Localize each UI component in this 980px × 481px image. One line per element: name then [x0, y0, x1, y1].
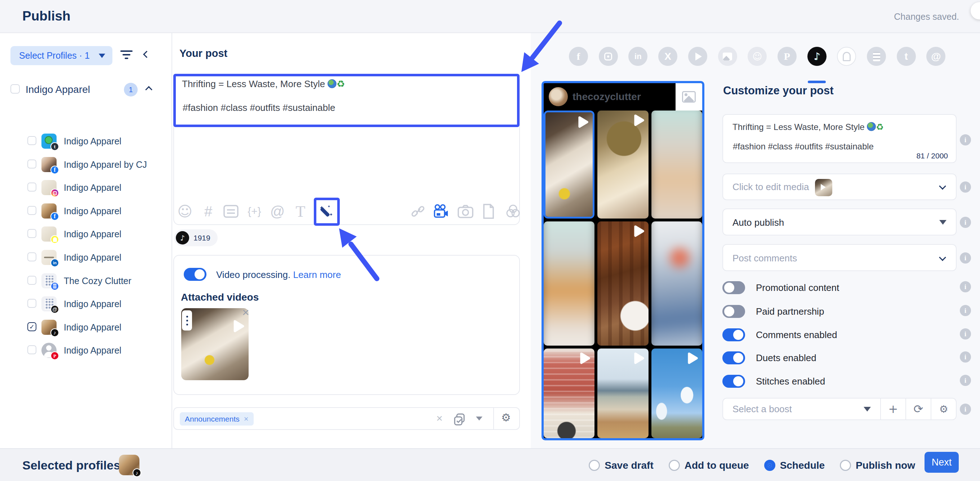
- network-tab-facebook[interactable]: f: [569, 47, 588, 66]
- radio-save-draft[interactable]: Save draft: [589, 460, 653, 471]
- link-icon[interactable]: [409, 203, 426, 220]
- network-tab-tumblr[interactable]: t: [897, 47, 916, 66]
- ai-assistant-icon[interactable]: [318, 203, 335, 220]
- profile-row-snapchat[interactable]: Indigo Apparel: [0, 223, 172, 246]
- add-boost-button[interactable]: +: [880, 398, 905, 419]
- info-icon[interactable]: i: [960, 217, 971, 228]
- network-tab-threads[interactable]: @: [926, 47, 945, 66]
- network-tab-snapchat[interactable]: [837, 47, 856, 66]
- profile-row-instagram[interactable]: Indigo Apparel: [0, 177, 172, 199]
- selected-profile-avatar[interactable]: ♪: [119, 455, 140, 475]
- toggle-paid-partnership[interactable]: [722, 305, 745, 318]
- tags-dropdown-icon[interactable]: [476, 417, 482, 421]
- toggle-stitches-enabled[interactable]: [722, 375, 745, 388]
- profile-checkbox[interactable]: [27, 206, 37, 215]
- profile-row-tumblr[interactable]: t Indigo Apparel: [0, 130, 172, 152]
- toggle-promotional-content[interactable]: [722, 281, 745, 294]
- profile-row-linkedin[interactable]: in Indigo Apparel: [0, 247, 172, 269]
- learn-more-link[interactable]: Learn more: [293, 269, 341, 280]
- video-menu-icon[interactable]: [182, 310, 192, 330]
- profile-checkbox[interactable]: ✓: [27, 322, 37, 331]
- network-tab-google-business[interactable]: [718, 47, 737, 66]
- network-tab-x[interactable]: X: [658, 47, 677, 66]
- mention-icon[interactable]: @: [269, 203, 286, 220]
- tags-settings-icon[interactable]: ⚙: [501, 411, 511, 424]
- clear-tags-icon[interactable]: ×: [436, 412, 443, 424]
- profile-row-pinterest[interactable]: P Indigo Apparel: [0, 340, 172, 362]
- info-icon[interactable]: i: [960, 329, 971, 340]
- radio-schedule[interactable]: Schedule: [764, 460, 825, 471]
- info-icon[interactable]: i: [960, 252, 971, 264]
- collapse-group-button[interactable]: [146, 87, 151, 94]
- customized-caption-field[interactable]: Thrifting = Less Waste, More Style ♻ #fa…: [722, 114, 956, 163]
- profile-row-tiktok[interactable]: ✓ ♪ Indigo Apparel: [0, 316, 172, 339]
- video-upload-icon[interactable]: [432, 203, 450, 220]
- media-library-icon[interactable]: [504, 203, 522, 220]
- text-format-icon[interactable]: T: [292, 203, 309, 220]
- camera-icon[interactable]: [457, 203, 474, 220]
- remove-video-icon[interactable]: ×: [242, 306, 249, 318]
- info-icon[interactable]: i: [960, 375, 971, 386]
- toggle-duets-enabled[interactable]: [722, 351, 745, 364]
- info-icon[interactable]: i: [960, 351, 971, 362]
- radio-add-to-queue[interactable]: Add to queue: [669, 460, 749, 471]
- copy-tags-icon[interactable]: [453, 413, 466, 427]
- network-tab-linkedin[interactable]: in: [628, 47, 648, 66]
- profile-checkbox[interactable]: [27, 276, 37, 285]
- publish-mode-select[interactable]: Auto publish: [722, 208, 956, 235]
- profile-checkbox[interactable]: [27, 159, 37, 168]
- preview-tile-teal-orange[interactable]: [544, 221, 595, 346]
- profile-row-google-business[interactable]: The Cozy Clutter: [0, 270, 172, 292]
- preview-media-tab[interactable]: [676, 83, 702, 111]
- profile-row-threads[interactable]: @ Indigo Apparel: [0, 293, 172, 315]
- preview-tile-sky-roof[interactable]: [651, 349, 702, 438]
- profile-row-facebook[interactable]: f Indigo Apparel: [0, 200, 172, 222]
- select-profiles-dropdown[interactable]: Select Profiles · 1: [10, 46, 112, 65]
- info-icon[interactable]: i: [960, 134, 971, 146]
- filter-icon[interactable]: [120, 51, 133, 60]
- saved-captions-icon[interactable]: [222, 203, 240, 220]
- radio-publish-now[interactable]: Publish now: [840, 460, 915, 471]
- tag-pill[interactable]: Announcements ×: [180, 412, 254, 425]
- preview-tile-woman-hat[interactable]: [597, 111, 648, 219]
- profile-checkbox[interactable]: [27, 345, 37, 354]
- profile-checkbox[interactable]: [27, 229, 37, 238]
- profile-checkbox[interactable]: [27, 136, 37, 145]
- network-tab-reddit[interactable]: ☺: [748, 47, 767, 66]
- emoji-picker-icon[interactable]: ☺: [176, 203, 194, 220]
- network-tab-tiktok[interactable]: ♪: [807, 47, 827, 66]
- toggle-comments-enabled[interactable]: [722, 329, 745, 341]
- preview-tile-wine-bar[interactable]: [597, 221, 648, 346]
- collapse-sidebar-button[interactable]: [144, 52, 149, 58]
- preview-tile-clothes-sorting[interactable]: [544, 111, 595, 219]
- preview-tile-house-roof[interactable]: [597, 349, 648, 438]
- hashtag-icon[interactable]: #: [200, 203, 217, 220]
- preview-tile-brick-house[interactable]: [544, 349, 595, 438]
- post-comments-select[interactable]: Post comments: [722, 244, 956, 271]
- boost-select[interactable]: Select a boost + ⟳ ⚙: [722, 398, 956, 420]
- preview-tile-pastel[interactable]: [651, 111, 702, 219]
- network-tab-google-business-profile[interactable]: [867, 47, 886, 66]
- network-tab-pinterest[interactable]: P: [778, 47, 797, 66]
- info-icon[interactable]: i: [960, 403, 971, 415]
- boost-settings-button[interactable]: ⚙: [931, 398, 956, 419]
- refresh-boost-button[interactable]: ⟳: [905, 398, 931, 419]
- profile-row-facebook[interactable]: f Indigo Apparel by CJ: [0, 154, 172, 176]
- preview-tile-gray-blue[interactable]: [651, 221, 702, 346]
- variables-icon[interactable]: {+}: [246, 203, 263, 220]
- network-tab-instagram[interactable]: [599, 47, 618, 66]
- network-tab-youtube[interactable]: [688, 47, 707, 66]
- profile-checkbox[interactable]: [27, 183, 37, 192]
- play-icon: [578, 351, 592, 367]
- file-icon[interactable]: [480, 203, 497, 220]
- remove-tag-icon[interactable]: ×: [244, 414, 248, 424]
- info-icon[interactable]: i: [960, 305, 971, 316]
- info-icon[interactable]: i: [960, 281, 971, 292]
- info-icon[interactable]: i: [960, 181, 971, 193]
- profile-checkbox[interactable]: [27, 252, 37, 261]
- next-button[interactable]: Next: [924, 452, 959, 473]
- edit-media-field[interactable]: Click to edit media: [722, 173, 956, 200]
- group-checkbox[interactable]: [10, 84, 20, 94]
- video-processing-toggle[interactable]: [184, 268, 207, 281]
- profile-checkbox[interactable]: [27, 299, 37, 308]
